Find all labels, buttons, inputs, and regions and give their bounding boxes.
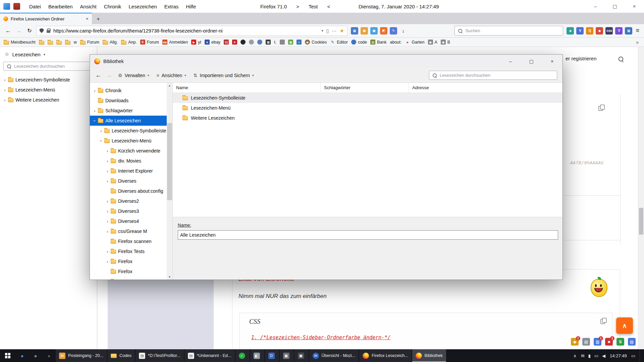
bookmark-item[interactable]: Anp. — [119, 39, 139, 45]
twisty-icon[interactable] — [105, 159, 110, 164]
library-tree-item[interactable]: Diverses about:config — [90, 186, 167, 196]
taskbar-app-button[interactable]: Firefox Lesezeich... — [359, 349, 411, 362]
bookmark-item[interactable]: ▦ — [264, 39, 272, 45]
search-field[interactable]: Suchen — [454, 26, 563, 36]
twisty-icon[interactable] — [2, 77, 8, 82]
library-maximize-button[interactable]: ▢ — [521, 55, 542, 68]
twisty-icon[interactable] — [92, 108, 98, 113]
sidebar-tree-item[interactable]: Weitere Lesezeichen — [0, 95, 97, 105]
taskbar-app-button[interactable]: ✓ — [235, 349, 250, 362]
bookmark-item[interactable]: ▣ B — [439, 39, 452, 45]
pinned-app-icon[interactable]: ● — [15, 349, 29, 362]
twisty-icon[interactable] — [92, 118, 97, 124]
bookmark-item[interactable]: t. — [272, 39, 278, 45]
library-tree-item[interactable]: Lesezeichen-Symbolleiste — [90, 126, 167, 136]
back-button[interactable]: ← — [3, 26, 13, 36]
twisty-icon[interactable] — [2, 87, 8, 93]
bookmark-item[interactable]: Cj — [222, 39, 230, 45]
twisty-icon[interactable] — [105, 179, 110, 184]
menu-item[interactable]: Lesezeichen — [125, 4, 160, 9]
reader-mode-icon[interactable]: ▯ — [326, 28, 329, 34]
library-tree-item[interactable]: Diverses2 — [90, 196, 167, 206]
bookmark-folder-row[interactable]: Weitere Lesezeichen — [173, 113, 562, 123]
library-tree-item[interactable]: Diverses — [90, 176, 167, 186]
sidebar-tree-item[interactable]: Lesezeichen-Menü — [0, 85, 97, 95]
bookmark-item[interactable]: fi Forum — [139, 39, 161, 45]
extension-icon[interactable]: ◈ — [567, 27, 574, 35]
sidebar-menu-icon[interactable]: ▾ — [44, 53, 45, 56]
library-tree-item[interactable]: Chronik — [90, 85, 167, 96]
taskbar-clock[interactable]: 14:27:49 — [610, 353, 627, 358]
twisty-icon[interactable] — [99, 138, 104, 144]
tray-icon[interactable]: ▮ — [588, 353, 591, 358]
sidebar-search-field[interactable]: Lesezeichen durchsuchen — [3, 62, 94, 71]
taskbar-app-button[interactable]: ▤ *Unbenannt - Ed... — [184, 349, 235, 362]
menu-item[interactable]: Ansicht — [76, 4, 100, 9]
scroll-to-top-button[interactable]: ∧ — [616, 317, 633, 334]
show-desktop-button[interactable] — [640, 349, 641, 362]
bookmark-item[interactable] — [247, 39, 256, 45]
menu-item[interactable]: Bearbeiten — [45, 4, 76, 9]
bookmark-item[interactable]: ▩ — [286, 39, 295, 45]
menu-item[interactable]: Datei — [25, 4, 45, 9]
bookmark-item[interactable]: ▶ yt — [190, 39, 203, 45]
start-button[interactable] — [0, 349, 15, 362]
library-tree-item[interactable]: Kürzlich verwendete — [90, 146, 167, 156]
menu-item[interactable]: Extras — [161, 4, 182, 9]
twisty-icon[interactable] — [105, 229, 110, 234]
extension-icon[interactable]: ↓ — [399, 27, 407, 35]
page-scrollbar-thumb[interactable] — [639, 208, 643, 235]
bookmark-item[interactable]: ▣ A — [426, 39, 439, 45]
action-center-icon[interactable]: ▭ — [631, 353, 635, 358]
bookmark-item[interactable]: wp Anmelden — [161, 39, 190, 45]
extension-icon[interactable]: ◩ — [380, 27, 387, 35]
taskbar-app-button[interactable]: ▣ — [280, 349, 294, 362]
extension-icon[interactable]: ▣ — [361, 27, 368, 35]
library-tree-item[interactable]: Diverses3 — [90, 206, 167, 216]
urlbar-dropdown-icon[interactable]: ▾ — [322, 29, 323, 33]
taskbar-app-button[interactable]: ◧ — [250, 349, 264, 362]
bookmark-item[interactable]: ▥ Bank — [369, 39, 388, 45]
bookmark-item[interactable] — [55, 39, 63, 45]
lock-icon[interactable] — [47, 30, 50, 33]
tree-scrollbar-thumb[interactable] — [167, 123, 172, 200]
register-link[interactable]: er registrieren — [566, 56, 597, 61]
extension-icon[interactable]: ▣ — [370, 27, 378, 35]
twisty-icon[interactable] — [2, 98, 8, 103]
extension-icon[interactable]: ◆ — [596, 27, 603, 35]
taskbar-app-button[interactable]: Codes — [107, 349, 135, 362]
bookmark-item[interactable]: about: — [388, 39, 404, 45]
status-icon[interactable]: ◆ 1 — [571, 338, 579, 346]
status-icon[interactable]: S — [616, 338, 624, 346]
twisty-icon[interactable] — [105, 219, 110, 224]
twisty-icon[interactable] — [105, 259, 110, 264]
window-icon-1[interactable] — [3, 3, 10, 10]
reload-button[interactable]: ↻ — [24, 26, 35, 36]
organize-button[interactable]: ⚙ Verwalten ▾ — [115, 71, 153, 80]
library-tree-item[interactable]: Internet Explorer — [90, 166, 167, 176]
tab-close-icon[interactable]: × — [86, 16, 89, 21]
bookmark-item[interactable]: Meistbesucht — [2, 39, 37, 45]
folder-name-input[interactable] — [178, 230, 558, 240]
library-tree-item[interactable]: Alle Lesezeichen — [90, 116, 167, 126]
library-tree-item[interactable]: Lesezeichen-Menü — [90, 136, 167, 146]
copy-code-icon[interactable] — [600, 318, 606, 323]
library-tree-item[interactable]: Firefox scannen — [90, 236, 167, 246]
library-tree-item[interactable]: Diverses4 — [90, 216, 167, 226]
bookmark-item[interactable]: code — [350, 39, 369, 45]
extension-icon[interactable]: Q — [586, 27, 593, 35]
scroll-down-icon[interactable]: ▾ — [167, 274, 172, 280]
library-tree-item[interactable]: Firefox — [90, 266, 167, 277]
bookmark-item[interactable]: w — [72, 39, 78, 45]
bookmark-star-icon[interactable]: ★ — [340, 28, 344, 34]
bookmark-item[interactable] — [37, 39, 46, 45]
scroll-up-icon[interactable]: ▴ — [167, 83, 172, 88]
taskbar-app-button[interactable]: ✉ Übersicht - Mozi... — [309, 349, 359, 362]
page-search-icon[interactable] — [618, 56, 624, 62]
bookmark-item[interactable] — [46, 39, 55, 45]
column-header-address[interactable]: Adresse — [409, 83, 562, 93]
twisty-icon[interactable] — [105, 249, 110, 254]
extension-icon[interactable]: ▦ — [351, 27, 358, 35]
extension-icon[interactable]: ✎ — [390, 27, 397, 35]
pinned-app-icon[interactable]: ● — [42, 349, 56, 362]
